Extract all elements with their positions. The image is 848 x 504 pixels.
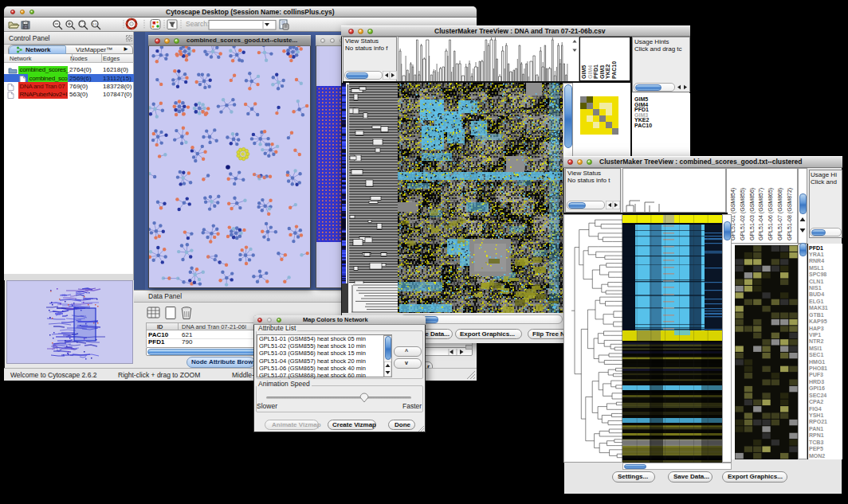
svg-text:1:1: 1:1 — [92, 22, 97, 26]
svg-text:Search:: Search: — [186, 20, 209, 28]
